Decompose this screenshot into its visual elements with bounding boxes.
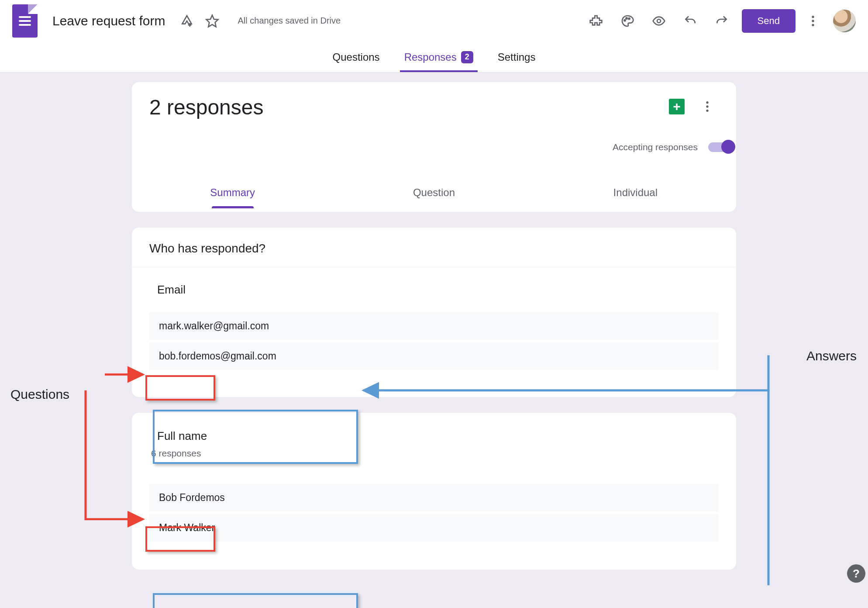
annotation-questions-label: Questions [10,387,69,402]
section-title: Who has responded? [132,238,736,267]
annotation-redbox-fullname [145,526,215,552]
help-fab-icon[interactable]: ? [847,564,865,583]
svg-point-5 [812,16,814,18]
email-answers-list: mark.walker@gmail.com bob.fordemos@gmail… [149,312,719,370]
tab-responses[interactable]: Responses 2 [404,42,473,72]
who-responded-card: Who has responded? Email mark.walker@gma… [132,228,736,397]
tab-settings[interactable]: Settings [498,42,536,72]
app-header: Leave request form All changes saved in … [0,0,868,42]
accepting-responses-label: Accepting responses [613,142,698,152]
subtab-question[interactable]: Question [333,177,534,208]
account-avatar[interactable] [833,10,856,32]
editor-tabs: Questions Responses 2 Settings [0,42,868,73]
undo-icon[interactable] [679,10,702,32]
subtab-individual[interactable]: Individual [535,177,736,208]
svg-point-4 [657,19,661,23]
more-icon[interactable] [802,10,824,32]
svg-point-9 [706,105,708,107]
email-question-block: Email mark.walker@gmail.com bob.fordemos… [132,267,736,394]
page-body: 2 responses Accepting responses Summary … [0,73,868,585]
fullname-answers-list: Bob Fordemos Mark Walker [149,484,719,542]
tab-questions[interactable]: Questions [333,42,380,72]
annotation-answers-label: Answers [806,349,857,363]
subtab-label: Question [413,187,455,199]
answer-row: bob.fordemos@gmail.com [149,340,719,370]
svg-point-2 [626,17,627,19]
send-button[interactable]: Send [742,9,796,33]
annotation-redbox-email [145,375,215,401]
star-icon[interactable] [201,10,224,32]
svg-point-10 [706,110,708,112]
svg-point-7 [812,24,814,26]
svg-point-8 [706,101,708,104]
tab-label: Questions [333,51,380,63]
annotation-bluebox-emails [153,410,358,464]
responses-more-icon[interactable] [696,95,719,118]
preview-icon[interactable] [648,10,670,32]
subtab-label: Summary [210,187,255,199]
question-label-email: Email [149,280,193,299]
responses-count-title: 2 responses [149,95,264,119]
responses-subtabs: Summary Question Individual [132,177,736,208]
link-to-sheets-icon[interactable] [669,99,685,114]
palette-icon[interactable] [616,10,639,32]
svg-marker-0 [207,15,218,27]
accepting-responses-toggle[interactable] [708,142,734,152]
svg-point-3 [628,18,630,19]
forms-app-icon[interactable] [12,4,38,38]
answer-row: Bob Fordemos [149,484,719,511]
redo-icon[interactable] [710,10,733,32]
answer-row: mark.walker@gmail.com [149,312,719,340]
document-title[interactable]: Leave request form [52,14,165,28]
tab-label: Responses [404,51,457,63]
subtab-label: Individual [613,187,658,199]
addons-icon[interactable] [585,10,607,32]
answer-row: Mark Walker [149,511,719,542]
annotation-bluebox-names [153,593,358,608]
svg-point-1 [624,20,625,21]
subtab-summary[interactable]: Summary [132,177,333,208]
save-status: All changes saved in Drive [238,16,341,26]
svg-point-6 [812,20,814,22]
responses-count-badge: 2 [461,51,473,63]
move-to-drive-icon[interactable] [176,10,198,32]
tab-label: Settings [498,51,536,63]
responses-overview-card: 2 responses Accepting responses Summary … [132,82,736,212]
